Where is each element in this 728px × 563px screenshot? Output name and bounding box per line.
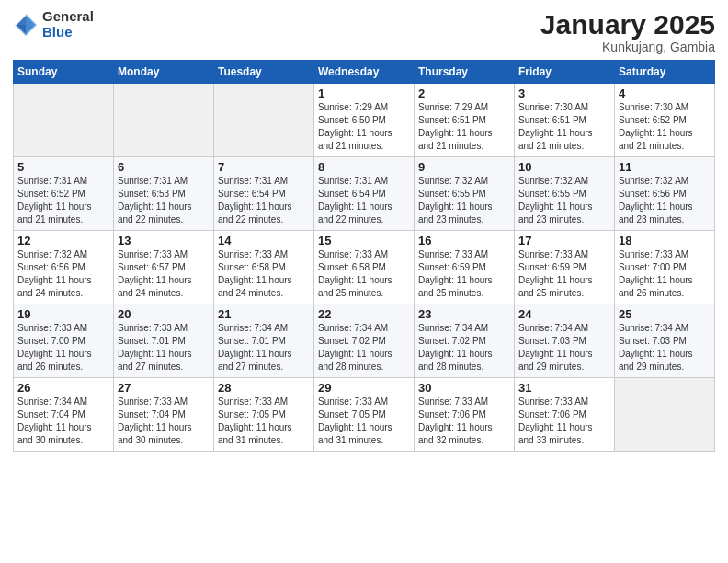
day-info: Sunrise: 7:33 AM Sunset: 6:57 PM Dayligh… — [118, 248, 210, 300]
day-number: 10 — [518, 160, 610, 174]
calendar-cell — [14, 84, 114, 157]
calendar-cell: 22Sunrise: 7:34 AM Sunset: 7:02 PM Dayli… — [314, 304, 415, 378]
day-info: Sunrise: 7:29 AM Sunset: 6:51 PM Dayligh… — [418, 101, 510, 153]
day-header-saturday: Saturday — [615, 61, 715, 84]
calendar-cell: 11Sunrise: 7:32 AM Sunset: 6:56 PM Dayli… — [615, 157, 715, 231]
calendar-cell — [214, 84, 314, 157]
day-info: Sunrise: 7:32 AM Sunset: 6:56 PM Dayligh… — [17, 248, 109, 300]
day-number: 14 — [218, 234, 310, 247]
calendar-header-row: SundayMondayTuesdayWednesdayThursdayFrid… — [14, 61, 715, 84]
day-info: Sunrise: 7:34 AM Sunset: 7:03 PM Dayligh… — [518, 322, 610, 373]
calendar-cell: 9Sunrise: 7:32 AM Sunset: 6:55 PM Daylig… — [415, 157, 515, 231]
day-header-tuesday: Tuesday — [214, 61, 314, 84]
day-number: 7 — [218, 160, 310, 174]
logo-icon — [13, 12, 39, 38]
day-info: Sunrise: 7:33 AM Sunset: 6:58 PM Dayligh… — [218, 248, 310, 300]
calendar-cell — [114, 84, 214, 157]
day-number: 5 — [17, 160, 109, 174]
logo-text: General Blue — [42, 9, 94, 40]
day-number: 4 — [619, 86, 711, 100]
day-number: 17 — [518, 234, 610, 247]
day-number: 2 — [418, 86, 510, 100]
day-info: Sunrise: 7:31 AM Sunset: 6:54 PM Dayligh… — [318, 175, 410, 226]
svg-marker-1 — [26, 14, 37, 36]
day-header-thursday: Thursday — [415, 61, 515, 84]
calendar-week-0: 1Sunrise: 7:29 AM Sunset: 6:50 PM Daylig… — [14, 84, 715, 157]
day-number: 29 — [318, 381, 410, 395]
day-header-wednesday: Wednesday — [314, 61, 415, 84]
day-number: 31 — [518, 381, 610, 395]
day-info: Sunrise: 7:29 AM Sunset: 6:50 PM Dayligh… — [318, 101, 410, 153]
day-number: 8 — [318, 160, 410, 174]
calendar-cell: 25Sunrise: 7:34 AM Sunset: 7:03 PM Dayli… — [615, 304, 715, 378]
day-info: Sunrise: 7:34 AM Sunset: 7:02 PM Dayligh… — [318, 322, 410, 373]
day-header-monday: Monday — [114, 61, 214, 84]
calendar-week-3: 19Sunrise: 7:33 AM Sunset: 7:00 PM Dayli… — [14, 304, 715, 378]
calendar-cell: 3Sunrise: 7:30 AM Sunset: 6:51 PM Daylig… — [515, 84, 615, 157]
calendar-table: SundayMondayTuesdayWednesdayThursdayFrid… — [13, 60, 715, 452]
calendar-title: January 2025 — [540, 9, 715, 40]
calendar-cell: 8Sunrise: 7:31 AM Sunset: 6:54 PM Daylig… — [314, 157, 415, 231]
day-number: 15 — [318, 234, 410, 247]
calendar-cell: 28Sunrise: 7:33 AM Sunset: 7:05 PM Dayli… — [214, 378, 314, 452]
day-info: Sunrise: 7:32 AM Sunset: 6:56 PM Dayligh… — [619, 175, 711, 226]
day-number: 25 — [619, 307, 711, 321]
calendar-cell: 31Sunrise: 7:33 AM Sunset: 7:06 PM Dayli… — [515, 378, 615, 452]
day-number: 13 — [118, 234, 210, 247]
day-number: 28 — [218, 381, 310, 395]
calendar-week-1: 5Sunrise: 7:31 AM Sunset: 6:52 PM Daylig… — [14, 157, 715, 231]
calendar-cell: 27Sunrise: 7:33 AM Sunset: 7:04 PM Dayli… — [114, 378, 214, 452]
calendar-cell: 18Sunrise: 7:33 AM Sunset: 7:00 PM Dayli… — [615, 231, 715, 304]
logo-general-text: General — [42, 9, 94, 25]
day-header-friday: Friday — [515, 61, 615, 84]
day-info: Sunrise: 7:33 AM Sunset: 7:04 PM Dayligh… — [118, 396, 210, 447]
day-info: Sunrise: 7:31 AM Sunset: 6:52 PM Dayligh… — [17, 175, 109, 226]
day-number: 20 — [118, 307, 210, 321]
day-number: 16 — [418, 234, 510, 247]
calendar-cell: 4Sunrise: 7:30 AM Sunset: 6:52 PM Daylig… — [615, 84, 715, 157]
calendar-cell: 6Sunrise: 7:31 AM Sunset: 6:53 PM Daylig… — [114, 157, 214, 231]
calendar-subtitle: Kunkujang, Gambia — [540, 40, 715, 54]
day-number: 24 — [518, 307, 610, 321]
calendar-cell: 24Sunrise: 7:34 AM Sunset: 7:03 PM Dayli… — [515, 304, 615, 378]
logo: General Blue — [13, 9, 94, 40]
calendar-cell: 14Sunrise: 7:33 AM Sunset: 6:58 PM Dayli… — [214, 231, 314, 304]
day-number: 22 — [318, 307, 410, 321]
calendar-cell: 15Sunrise: 7:33 AM Sunset: 6:58 PM Dayli… — [314, 231, 415, 304]
calendar-cell: 17Sunrise: 7:33 AM Sunset: 6:59 PM Dayli… — [515, 231, 615, 304]
day-info: Sunrise: 7:33 AM Sunset: 7:00 PM Dayligh… — [619, 248, 711, 300]
header: General Blue January 2025 Kunkujang, Gam… — [13, 9, 715, 54]
calendar-cell: 7Sunrise: 7:31 AM Sunset: 6:54 PM Daylig… — [214, 157, 314, 231]
day-info: Sunrise: 7:33 AM Sunset: 7:06 PM Dayligh… — [518, 396, 610, 447]
day-info: Sunrise: 7:30 AM Sunset: 6:51 PM Dayligh… — [518, 101, 610, 153]
calendar-cell: 13Sunrise: 7:33 AM Sunset: 6:57 PM Dayli… — [114, 231, 214, 304]
day-number: 23 — [418, 307, 510, 321]
calendar-cell: 19Sunrise: 7:33 AM Sunset: 7:00 PM Dayli… — [14, 304, 114, 378]
calendar-cell — [615, 378, 715, 452]
calendar-cell: 12Sunrise: 7:32 AM Sunset: 6:56 PM Dayli… — [14, 231, 114, 304]
day-info: Sunrise: 7:33 AM Sunset: 7:00 PM Dayligh… — [17, 322, 109, 373]
calendar-cell: 2Sunrise: 7:29 AM Sunset: 6:51 PM Daylig… — [415, 84, 515, 157]
day-number: 11 — [619, 160, 711, 174]
day-info: Sunrise: 7:33 AM Sunset: 7:06 PM Dayligh… — [418, 396, 510, 447]
day-number: 6 — [118, 160, 210, 174]
svg-marker-2 — [15, 25, 26, 36]
day-info: Sunrise: 7:34 AM Sunset: 7:02 PM Dayligh… — [418, 322, 510, 373]
calendar-week-2: 12Sunrise: 7:32 AM Sunset: 6:56 PM Dayli… — [14, 231, 715, 304]
day-info: Sunrise: 7:33 AM Sunset: 7:05 PM Dayligh… — [318, 396, 410, 447]
day-header-sunday: Sunday — [14, 61, 114, 84]
day-number: 30 — [418, 381, 510, 395]
calendar-week-4: 26Sunrise: 7:34 AM Sunset: 7:04 PM Dayli… — [14, 378, 715, 452]
calendar-cell: 29Sunrise: 7:33 AM Sunset: 7:05 PM Dayli… — [314, 378, 415, 452]
day-number: 9 — [418, 160, 510, 174]
calendar-cell: 30Sunrise: 7:33 AM Sunset: 7:06 PM Dayli… — [415, 378, 515, 452]
day-number: 1 — [318, 86, 410, 100]
day-number: 27 — [118, 381, 210, 395]
day-number: 21 — [218, 307, 310, 321]
day-info: Sunrise: 7:34 AM Sunset: 7:04 PM Dayligh… — [17, 396, 109, 447]
calendar-cell: 5Sunrise: 7:31 AM Sunset: 6:52 PM Daylig… — [14, 157, 114, 231]
day-number: 26 — [17, 381, 109, 395]
day-info: Sunrise: 7:33 AM Sunset: 6:59 PM Dayligh… — [418, 248, 510, 300]
day-number: 3 — [518, 86, 610, 100]
calendar-cell: 16Sunrise: 7:33 AM Sunset: 6:59 PM Dayli… — [415, 231, 515, 304]
